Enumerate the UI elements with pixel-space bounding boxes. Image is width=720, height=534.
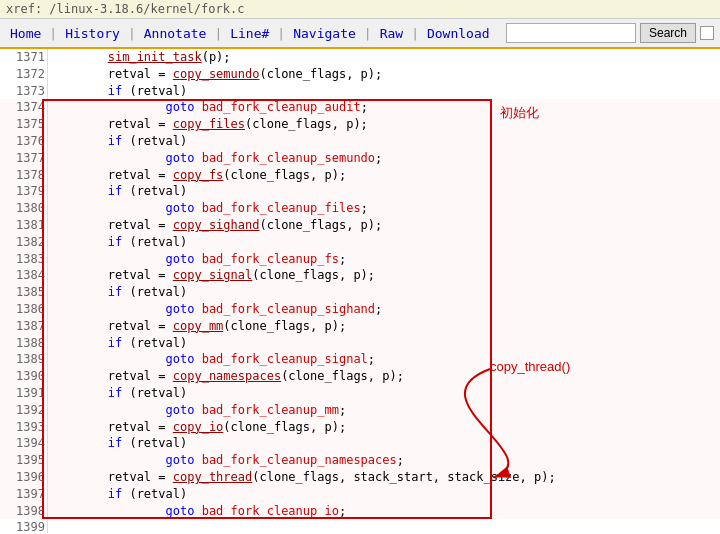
line-code: retval = copy_mm(clone_flags, p); [47, 318, 720, 335]
annotation-init: 初始化 [500, 104, 539, 122]
line-number: 1387 [0, 318, 47, 335]
line-number: 1385 [0, 284, 47, 301]
table-row: 1376 if (retval) [0, 133, 720, 150]
line-number: 1378 [0, 167, 47, 184]
line-code: retval = copy_files(clone_flags, p); [47, 116, 720, 133]
line-number: 1372 [0, 66, 47, 83]
line-number: 1379 [0, 183, 47, 200]
table-row: 1392 goto bad_fork_cleanup_mm; [0, 402, 720, 419]
line-number: 1388 [0, 335, 47, 352]
table-row: 1378 retval = copy_fs(clone_flags, p); [0, 167, 720, 184]
line-number: 1393 [0, 419, 47, 436]
table-row: 1390 retval = copy_namespaces(clone_flag… [0, 368, 720, 385]
table-row: 1377 goto bad_fork_cleanup_semundo; [0, 150, 720, 167]
top-bar: xref: /linux-3.18.6/kernel/fork.c [0, 0, 720, 19]
line-code: if (retval) [47, 335, 720, 352]
table-row: 1381 retval = copy_sighand(clone_flags, … [0, 217, 720, 234]
table-row: 1385 if (retval) [0, 284, 720, 301]
table-row: 1383 goto bad_fork_cleanup_fs; [0, 251, 720, 268]
line-code: retval = copy_io(clone_flags, p); [47, 419, 720, 436]
line-number: 1375 [0, 116, 47, 133]
line-code: goto bad_fork_cleanup_files; [47, 200, 720, 217]
line-code [47, 519, 720, 534]
line-number: 1386 [0, 301, 47, 318]
nav-navigate[interactable]: Navigate [289, 24, 360, 43]
line-number: 1376 [0, 133, 47, 150]
line-number: 1390 [0, 368, 47, 385]
line-code: goto bad_fork_cleanup_namespaces; [47, 452, 720, 469]
table-row: 1384 retval = copy_signal(clone_flags, p… [0, 267, 720, 284]
nav-home[interactable]: Home [6, 24, 45, 43]
line-number: 1384 [0, 267, 47, 284]
line-code: goto bad_fork_cleanup_fs; [47, 251, 720, 268]
line-code: retval = copy_sighand(clone_flags, p); [47, 217, 720, 234]
line-number: 1383 [0, 251, 47, 268]
line-number: 1391 [0, 385, 47, 402]
line-code: if (retval) [47, 234, 720, 251]
search-input[interactable] [506, 23, 636, 43]
table-row: 1387 retval = copy_mm(clone_flags, p); [0, 318, 720, 335]
line-number: 1392 [0, 402, 47, 419]
line-code: goto bad_fork_cleanup_audit; [47, 99, 720, 116]
table-row: 1379 if (retval) [0, 183, 720, 200]
annotation-copy-thread: copy_thread() [490, 359, 570, 374]
table-row: 1394 if (retval) [0, 435, 720, 452]
line-number: 1382 [0, 234, 47, 251]
line-number: 1377 [0, 150, 47, 167]
line-number: 1395 [0, 452, 47, 469]
line-number: 1394 [0, 435, 47, 452]
table-row: 1375 retval = copy_files(clone_flags, p)… [0, 116, 720, 133]
nav-raw[interactable]: Raw [376, 24, 407, 43]
table-row: 1372 retval = copy_semundo(clone_flags, … [0, 66, 720, 83]
table-row: 1396 retval = copy_thread(clone_flags, s… [0, 469, 720, 486]
nav-icon[interactable] [700, 26, 714, 40]
nav-annotate[interactable]: Annotate [140, 24, 211, 43]
table-row: 1395 goto bad_fork_cleanup_namespaces; [0, 452, 720, 469]
line-number: 1396 [0, 469, 47, 486]
table-row: 1388 if (retval) [0, 335, 720, 352]
line-code: goto bad_fork_cleanup_sighand; [47, 301, 720, 318]
line-code: if (retval) [47, 435, 720, 452]
top-bar-text: xref: /linux-3.18.6/kernel/fork.c [6, 2, 244, 16]
table-row: 1380 goto bad_fork_cleanup_files; [0, 200, 720, 217]
line-code: if (retval) [47, 83, 720, 100]
line-code: retval = copy_namespaces(clone_flags, p)… [47, 368, 720, 385]
line-code: goto bad_fork_cleanup_semundo; [47, 150, 720, 167]
line-number: 1397 [0, 486, 47, 503]
line-number: 1371 [0, 49, 47, 66]
line-code: if (retval) [47, 183, 720, 200]
table-row: 1391 if (retval) [0, 385, 720, 402]
line-code: if (retval) [47, 284, 720, 301]
nav-lineno[interactable]: Line# [226, 24, 273, 43]
line-number: 1398 [0, 503, 47, 520]
table-row: 1386 goto bad_fork_cleanup_sighand; [0, 301, 720, 318]
line-code: goto bad_fork_cleanup_signal; [47, 351, 720, 368]
nav-download[interactable]: Download [423, 24, 494, 43]
table-row: 1397 if (retval) [0, 486, 720, 503]
line-code: if (retval) [47, 486, 720, 503]
search-button[interactable]: Search [640, 23, 696, 43]
table-row: 1382 if (retval) [0, 234, 720, 251]
table-row: 1398 goto bad_fork_cleanup_io; [0, 503, 720, 520]
line-code: if (retval) [47, 385, 720, 402]
table-row: 1371 sim_init_task(p); [0, 49, 720, 66]
table-row: 1389 goto bad_fork_cleanup_signal; [0, 351, 720, 368]
line-code: retval = copy_signal(clone_flags, p); [47, 267, 720, 284]
line-number: 1381 [0, 217, 47, 234]
line-number: 1389 [0, 351, 47, 368]
nav-bar: Home | History | Annotate | Line# | Navi… [0, 19, 720, 49]
table-row: 1374 goto bad_fork_cleanup_audit; [0, 99, 720, 116]
line-code: retval = copy_fs(clone_flags, p); [47, 167, 720, 184]
line-code: retval = copy_semundo(clone_flags, p); [47, 66, 720, 83]
table-row: 1373 if (retval) [0, 83, 720, 100]
code-table: 1371 sim_init_task(p);1372 retval = copy… [0, 49, 720, 534]
nav-history[interactable]: History [61, 24, 124, 43]
line-code: goto bad_fork_cleanup_mm; [47, 402, 720, 419]
line-number: 1374 [0, 99, 47, 116]
line-code: sim_init_task(p); [47, 49, 720, 66]
line-code: goto bad_fork_cleanup_io; [47, 503, 720, 520]
line-code: if (retval) [47, 133, 720, 150]
line-number: 1399 [0, 519, 47, 534]
line-number: 1373 [0, 83, 47, 100]
line-code: retval = copy_thread(clone_flags, stack_… [47, 469, 720, 486]
